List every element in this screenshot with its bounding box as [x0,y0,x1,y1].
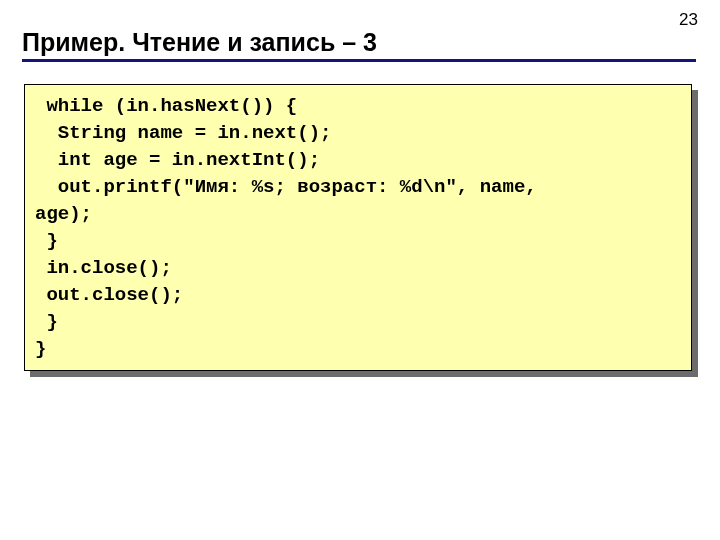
code-box: while (in.hasNext()) { String name = in.… [24,84,692,371]
page-number: 23 [679,10,698,30]
code-listing: while (in.hasNext()) { String name = in.… [35,93,681,363]
slide-title: Пример. Чтение и запись – 3 [22,28,698,57]
slide: 23 Пример. Чтение и запись – 3 while (in… [0,0,720,540]
title-rule [22,59,696,62]
